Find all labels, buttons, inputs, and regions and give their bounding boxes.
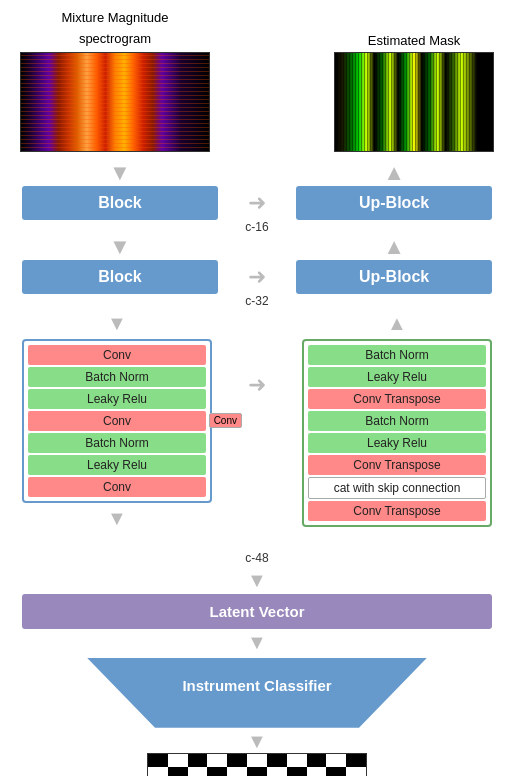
block2: Block — [22, 260, 218, 294]
input-image-block: Mixture Magnitude spectrogram — [20, 10, 210, 152]
input-label2: spectrogram — [79, 31, 151, 48]
c32-label: c-32 — [218, 294, 296, 308]
upblock1-label: Up-Block — [296, 186, 492, 220]
block1: Block — [22, 186, 218, 220]
mask-image — [334, 52, 494, 152]
block-row-1: Block ➜ Up-Block — [22, 186, 492, 220]
latent-vector: Latent Vector — [22, 594, 492, 629]
classifier-trapezoid: Instrument Classifier — [87, 658, 427, 728]
inner-blocks-row: ▼ Conv Batch Norm Leaky Relu Conv Conv B… — [22, 312, 492, 551]
layer-conv-3: Conv — [28, 477, 206, 497]
top-images-row: Mixture Magnitude spectrogram Estimated … — [20, 10, 494, 152]
r-layer-relu-2: Leaky Relu — [308, 433, 486, 453]
down-arrow-left-2: ▼ — [22, 234, 218, 260]
r-layer-cat: cat with skip connection — [308, 477, 486, 499]
c48-row: c-48 — [22, 551, 492, 565]
h-arrow-1: ➜ — [218, 190, 296, 216]
input-label: Mixture Magnitude — [62, 10, 169, 27]
r-layer-bn-2: Batch Norm — [308, 411, 486, 431]
arrow-row-2: ▼ ▲ — [22, 234, 492, 260]
layer-bn-2: Batch Norm — [28, 433, 206, 453]
block1-label: Block — [22, 186, 218, 220]
r-layer-convt-2: Conv Transpose — [308, 455, 486, 475]
spectrogram-image — [20, 52, 210, 152]
activation-section: Instrument Activation — [147, 753, 367, 776]
diagram: Mixture Magnitude spectrogram Estimated … — [0, 0, 514, 776]
h-arrow-2: ➜ — [218, 264, 296, 290]
r-layer-relu-1: Leaky Relu — [308, 367, 486, 387]
upblock2: Up-Block — [296, 260, 492, 294]
c48-label: c-48 — [218, 551, 296, 565]
layer-bn-1: Batch Norm — [28, 367, 206, 387]
activation-image — [147, 753, 367, 776]
layer-relu-2: Leaky Relu — [28, 455, 206, 475]
upblock1: Up-Block — [296, 186, 492, 220]
output-image-block: Estimated Mask — [334, 33, 494, 152]
center-arrow: ➜ — [217, 312, 297, 398]
arrow-row-1: ▼ ▲ — [22, 160, 492, 186]
block2-label: Block — [22, 260, 218, 294]
r-layer-convt-3: Conv Transpose — [308, 501, 486, 521]
up-arrow-right-1: ▲ — [296, 160, 492, 186]
down-arrow-left-1: ▼ — [22, 160, 218, 186]
up-arrow-right-2: ▲ — [296, 234, 492, 260]
encoder-block: Conv Batch Norm Leaky Relu Conv Conv Bat… — [22, 339, 212, 503]
classifier-label: Instrument Classifier — [182, 677, 331, 694]
upblock2-label: Up-Block — [296, 260, 492, 294]
classifier-wrap: Instrument Classifier — [20, 658, 494, 728]
conv-badge: Conv — [209, 413, 242, 428]
layer-conv-1: Conv — [28, 345, 206, 365]
c32-row: c-32 — [22, 294, 492, 308]
c16-row: c-16 — [22, 220, 492, 234]
layer-conv-2: Conv — [28, 411, 206, 431]
r-layer-convt-1: Conv Transpose — [308, 389, 486, 409]
output-label: Estimated Mask — [368, 33, 460, 48]
right-inner-block: ▲ Batch Norm Leaky Relu Conv Transpose B… — [302, 312, 492, 551]
decoder-block: Batch Norm Leaky Relu Conv Transpose Bat… — [302, 339, 492, 527]
block-row-2: Block ➜ Up-Block — [22, 260, 492, 294]
layer-relu-1: Leaky Relu — [28, 389, 206, 409]
latent-row: ▼ Latent Vector — [22, 569, 492, 629]
c16-label: c-16 — [218, 220, 296, 234]
left-inner-block: ▼ Conv Batch Norm Leaky Relu Conv Conv B… — [22, 312, 212, 530]
r-layer-bn-1: Batch Norm — [308, 345, 486, 365]
